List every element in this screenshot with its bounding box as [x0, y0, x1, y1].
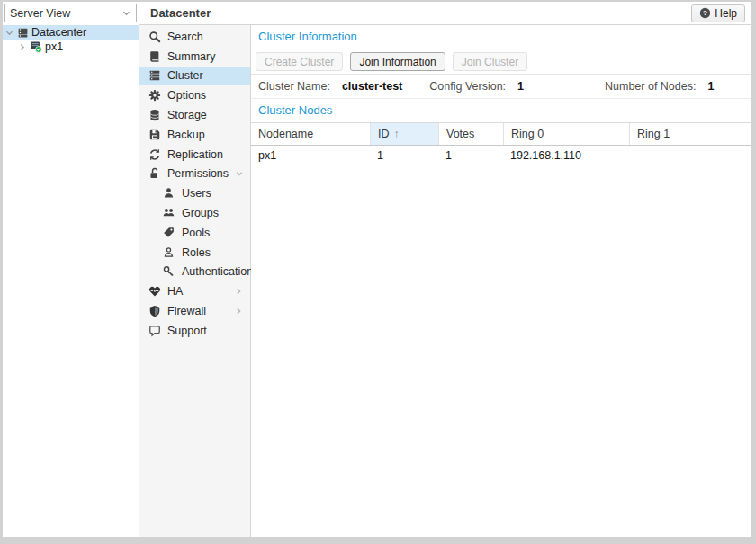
- resource-tree: Datacenter px1: [3, 25, 139, 54]
- nav-item-permissions[interactable]: Permissions: [140, 165, 250, 184]
- cell-votes: 1: [438, 146, 503, 165]
- page-title: Datacenter: [150, 6, 211, 20]
- gear-icon: [148, 89, 161, 102]
- nav-item-storage[interactable]: Storage: [140, 105, 250, 125]
- expander-closed-icon[interactable]: [17, 42, 27, 52]
- nav-item-cluster[interactable]: Cluster: [140, 67, 250, 86]
- cluster-info-row: Cluster Name: cluster-test Config Versio…: [251, 75, 751, 99]
- nav-item-roles[interactable]: Roles: [140, 243, 250, 263]
- users-group-icon: [163, 207, 176, 219]
- column-header-ring0[interactable]: Ring 0: [503, 123, 629, 145]
- heartbeat-icon: [148, 285, 161, 298]
- content-empty-area: [251, 165, 751, 537]
- chevron-down-icon[interactable]: [235, 169, 244, 178]
- column-header-nodename[interactable]: Nodename: [251, 123, 370, 145]
- nav-item-replication[interactable]: Replication: [140, 145, 250, 165]
- nav-item-ha[interactable]: HA: [140, 281, 250, 301]
- tree-item-label: px1: [45, 40, 63, 53]
- view-selector[interactable]: Server View: [4, 4, 137, 22]
- help-icon: ?: [699, 7, 711, 19]
- svg-text:?: ?: [703, 9, 707, 17]
- database-icon: [148, 109, 161, 121]
- number-of-nodes-label: Number of Nodes:: [605, 80, 696, 93]
- search-icon: [148, 31, 161, 43]
- column-header-ring1[interactable]: Ring 1: [629, 123, 751, 145]
- chevron-right-icon[interactable]: [234, 287, 243, 296]
- nav-item-authentication[interactable]: Authentication: [140, 263, 250, 282]
- cell-id: 1: [370, 146, 438, 165]
- cluster-icon: [148, 69, 161, 82]
- chevron-down-icon: [122, 8, 131, 18]
- nav-item-pools[interactable]: Pools: [140, 223, 250, 243]
- unlock-icon: [148, 167, 161, 180]
- main-panel: Datacenter ? Help Search Summary C: [140, 2, 751, 537]
- node-online-icon: [30, 40, 42, 53]
- nav-item-firewall[interactable]: Firewall: [140, 301, 250, 321]
- sort-asc-icon: ↑: [394, 128, 400, 140]
- main-header: Datacenter ? Help: [140, 2, 751, 25]
- config-version-label: Config Version:: [429, 80, 506, 93]
- nav-item-groups[interactable]: Groups: [140, 203, 250, 223]
- datacenter-nav: Search Summary Cluster Options Storage: [140, 25, 251, 537]
- section-title-cluster-nodes: Cluster Nodes: [251, 99, 751, 123]
- section-title-cluster-information: Cluster Information: [251, 25, 751, 49]
- cluster-toolbar: Create Cluster Join Information Join Clu…: [251, 49, 751, 75]
- cell-nodename: px1: [251, 146, 370, 165]
- user-icon: [163, 187, 176, 200]
- column-header-id[interactable]: ID↑: [370, 123, 438, 145]
- book-icon: [148, 50, 161, 63]
- nav-item-support[interactable]: Support: [140, 321, 250, 341]
- cell-ring0: 192.168.1.110: [503, 146, 629, 165]
- app-window: Server View Datacenter px1 Datacenter ?: [3, 2, 751, 537]
- view-selector-value: Server View: [10, 7, 70, 20]
- tree-item-datacenter[interactable]: Datacenter: [3, 25, 139, 40]
- help-button-label: Help: [715, 7, 737, 20]
- expander-open-icon[interactable]: [4, 28, 14, 38]
- cluster-name-label: Cluster Name:: [258, 80, 330, 93]
- tree-item-label: Datacenter: [32, 26, 86, 39]
- config-version-value: 1: [518, 80, 524, 93]
- nav-item-search[interactable]: Search: [140, 27, 250, 47]
- shield-icon: [148, 305, 161, 317]
- help-button[interactable]: ? Help: [691, 4, 745, 22]
- comment-icon: [148, 325, 161, 337]
- chevron-right-icon[interactable]: [234, 307, 243, 316]
- nodes-table-header: Nodename ID↑ Votes Ring 0 Ring 1: [251, 123, 751, 146]
- join-information-button[interactable]: Join Information: [350, 52, 445, 71]
- nav-item-summary[interactable]: Summary: [140, 47, 250, 67]
- cluster-content: Cluster Information Create Cluster Join …: [251, 25, 751, 537]
- table-row[interactable]: px1 1 1 192.168.1.110: [251, 146, 751, 165]
- cluster-name-value: cluster-test: [342, 80, 402, 93]
- join-cluster-button[interactable]: Join Cluster: [453, 52, 527, 71]
- resource-tree-panel: Server View Datacenter px1: [3, 2, 140, 537]
- create-cluster-button[interactable]: Create Cluster: [256, 52, 343, 71]
- nav-item-backup[interactable]: Backup: [140, 125, 250, 145]
- nav-item-options[interactable]: Options: [140, 85, 250, 105]
- person-outline-icon: [163, 246, 176, 259]
- key-icon: [163, 265, 176, 278]
- datacenter-icon: [17, 27, 29, 39]
- cell-ring1: [629, 146, 751, 165]
- sync-arrows-icon: [148, 148, 161, 161]
- column-header-votes[interactable]: Votes: [438, 123, 503, 145]
- nav-item-users[interactable]: Users: [140, 183, 250, 203]
- floppy-icon: [148, 129, 161, 141]
- tag-icon: [163, 227, 176, 239]
- number-of-nodes-value: 1: [707, 80, 714, 93]
- tree-item-px1[interactable]: px1: [3, 40, 139, 54]
